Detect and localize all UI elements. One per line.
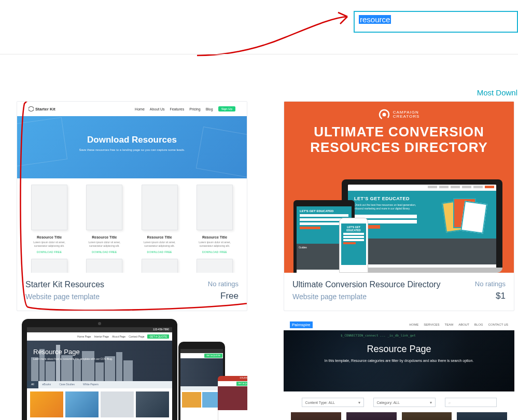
preview-nav: Palmspire HOME SERVICES TEAM ABOUT BLOG … xyxy=(284,319,514,330)
brand-icon xyxy=(379,109,390,120)
preview-logo: Starter Kit xyxy=(29,106,55,111)
preview-tablet-large: 123-456-7890 Home Page Interior Page Abo… xyxy=(22,319,177,420)
preview-cta-button: GET A QUOTE xyxy=(204,354,222,358)
preview-nav: Starter Kit Home About Us Features Prici… xyxy=(17,102,247,116)
template-thumbnail: 123-456-7890 Home Page Interior Page Abo… xyxy=(17,319,247,420)
preview-cta-button: GET A QUOTE xyxy=(236,382,247,386)
preview-filters: Content Type: ALL ▾ Category: ALL ▾ ⌕ xyxy=(284,391,514,412)
preview-item-btn: DOWNLOAD FREE xyxy=(137,250,183,254)
preview-hero: $_CONNECTION_connect ... _is_db_link_get… xyxy=(284,330,514,391)
preview-hero-title: LET'S GET EDUCATED xyxy=(343,226,364,232)
preview-cta-button: Sign Up xyxy=(218,106,235,111)
preview-item-btn: DOWNLOAD FREE xyxy=(26,250,72,254)
preview-dropdown: Content Type: ALL ▾ xyxy=(302,398,364,407)
template-thumbnail: Palmspire HOME SERVICES TEAM ABOUT BLOG … xyxy=(284,319,514,420)
preview-item-desc: Lorem ipsum dolor sit amet, consectetur … xyxy=(137,241,183,247)
svg-marker-0 xyxy=(29,106,34,111)
template-card[interactable]: Starter Kit Home About Us Features Prici… xyxy=(17,101,247,311)
preview-item-title: Resource Title xyxy=(137,235,183,239)
template-card[interactable]: Palmspire HOME SERVICES TEAM ABOUT BLOG … xyxy=(284,319,514,420)
preview-item-btn: DOWNLOAD FREE xyxy=(81,250,127,254)
template-subtitle: Website page template xyxy=(292,292,440,301)
preview-hero: Download Resources Save these resources … xyxy=(17,116,247,178)
sort-dropdown[interactable]: Most Downl xyxy=(477,88,517,97)
template-rating: No ratings xyxy=(208,280,239,288)
template-price: $1 xyxy=(475,291,506,301)
svg-point-2 xyxy=(382,113,386,117)
preview-nav-item: Features xyxy=(170,107,185,111)
preview-guides: Guides xyxy=(348,239,496,264)
preview-dd-label: Category: xyxy=(377,401,393,404)
preview-nav-item: Home xyxy=(135,107,145,111)
template-title: Ultimate Conversion Resource Directory xyxy=(292,280,440,289)
header-divider xyxy=(0,54,518,54)
preview-hero-sub: Learn more about how to customize this t… xyxy=(33,357,113,360)
preview-item-title: Resource Title xyxy=(26,235,72,239)
template-title: Starter Kit Resources xyxy=(25,280,104,289)
preview-dd-label: Content Type: xyxy=(305,401,328,404)
preview-tab: Case Studies xyxy=(55,381,79,388)
preview-tab: eBooks xyxy=(38,381,55,388)
template-meta: Ultimate Conversion Resource Directory W… xyxy=(284,273,514,311)
search-input-container[interactable]: resource xyxy=(354,11,518,33)
preview-brand: Palmspire xyxy=(290,321,313,328)
template-meta: Starter Kit Resources Website page templ… xyxy=(17,273,247,311)
preview-item-desc: Lorem ipsum dolor sit amet, consectetur … xyxy=(81,241,127,247)
preview-dropdown: Category: ALL ▾ xyxy=(373,398,436,407)
preview-hero-title: LET'S GET EDUCATED xyxy=(354,196,417,201)
template-subtitle: Website page template xyxy=(25,292,104,301)
preview-nav-item: Blog xyxy=(206,107,213,111)
preview-nav-item: TEAM xyxy=(445,323,454,326)
preview-nav-item: Interior Page xyxy=(94,335,109,338)
preview-nav-item: About Page xyxy=(112,335,125,338)
preview-headline-2: RESOURCES DIRECTORY xyxy=(310,140,488,156)
preview-cta-button: GET A QUOTE xyxy=(147,334,169,339)
preview-nav-item: Pricing xyxy=(189,107,200,111)
preview-tab: White Papers xyxy=(79,381,103,388)
preview-phone-number: 123-456-7890 xyxy=(27,327,172,332)
preview-nav-item: Contact Page xyxy=(129,335,144,338)
preview-hero-sub: Save these resources free to a landing p… xyxy=(17,148,247,151)
preview-dd-value: ALL xyxy=(393,401,399,404)
preview-hero-title: LET'S GET EDUCATED xyxy=(300,209,348,213)
preview-tab: All xyxy=(27,381,38,388)
preview-item-title: Resource Title xyxy=(81,235,127,239)
template-thumbnail: Starter Kit Home About Us Features Prici… xyxy=(17,102,247,273)
preview-hero-sub: In this template, Resource categories ar… xyxy=(284,359,514,362)
preview-nav-item: ABOUT xyxy=(458,323,469,326)
preview-brand: CAMPAIGN CREATORS xyxy=(379,109,420,120)
preview-nav-item: BLOG xyxy=(474,323,483,326)
preview-code-text: $_CONNECTION_connect ... _is_db_link_get xyxy=(341,333,416,337)
preview-nav-item: HOME xyxy=(409,323,418,326)
preview-logo-text: Starter Kit xyxy=(35,107,55,111)
preview-hero-title: Download Resources xyxy=(17,135,247,145)
preview-item-title: Resource Title xyxy=(192,235,237,239)
preview-nav-item: CONTACT US xyxy=(488,323,508,326)
preview-nav-item: Home Page xyxy=(77,335,91,338)
preview-hero-desc: Check out the best free resources on lea… xyxy=(354,203,417,211)
preview-nav-item: SERVICES xyxy=(424,323,439,326)
template-price: Free xyxy=(208,291,239,301)
preview-cc: CAMPAIGN CREATORS ULTIMATE CONVERSION RE… xyxy=(284,102,514,273)
chevron-down-icon: ▾ xyxy=(430,400,432,405)
preview-phone: 123-456-7890 GET A QUOTE xyxy=(218,376,247,420)
preview-headline-1: ULTIMATE CONVERSION xyxy=(310,124,488,140)
preview-brand-bottom: CREATORS xyxy=(393,115,420,119)
annotation-arrow xyxy=(192,6,363,58)
template-rating: No ratings xyxy=(475,280,506,288)
preview-hero-title: Resource Page xyxy=(33,348,113,356)
template-card[interactable]: 123-456-7890 Home Page Interior Page Abo… xyxy=(17,319,247,420)
preview-nav-links: Home About Us Features Pricing Blog Sign… xyxy=(135,106,235,111)
search-input-value[interactable]: resource xyxy=(359,15,391,24)
preview-item-desc: Lorem ipsum dolor sit amet, consectetur … xyxy=(192,241,237,247)
preview-item-desc: Lorem ipsum dolor sit amet, consectetur … xyxy=(26,241,72,247)
preview-dd-value: ALL xyxy=(329,401,335,404)
preview-headline: ULTIMATE CONVERSION RESOURCES DIRECTORY xyxy=(310,124,488,156)
template-card[interactable]: CAMPAIGN CREATORS ULTIMATE CONVERSION RE… xyxy=(284,101,514,311)
preview-phone-number: 123-456-7890 xyxy=(218,376,247,381)
preview-search: ⌕ xyxy=(445,398,497,407)
preview-phone: LET'S GET EDUCATED xyxy=(339,218,368,273)
template-thumbnail: CAMPAIGN CREATORS ULTIMATE CONVERSION RE… xyxy=(284,102,514,273)
preview-item-btn: DOWNLOAD FREE xyxy=(192,250,237,254)
preview-body: Resource TitleLorem ipsum dolor sit amet… xyxy=(17,178,247,273)
